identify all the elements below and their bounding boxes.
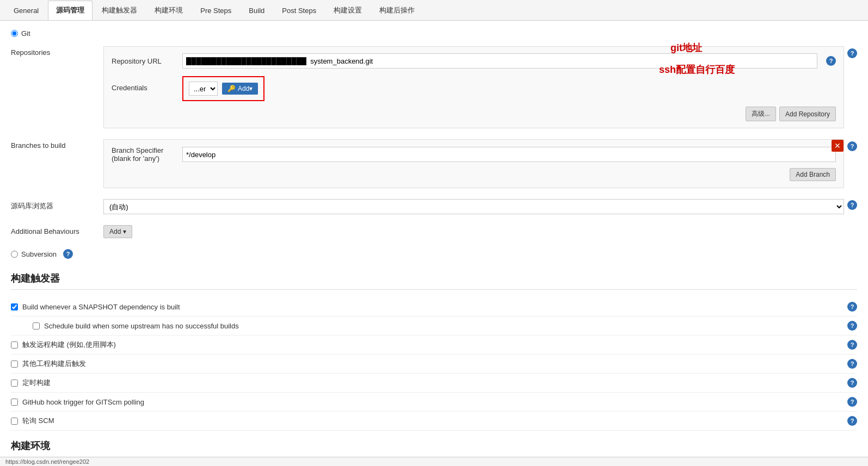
tab-build-settings[interactable]: 构建设置 [325, 1, 370, 20]
other-project-trigger-row: 其他工程构建后触发 ? [11, 355, 857, 374]
remote-trigger-row: 触发远程构建 (例如,使用脚本) ? [11, 335, 857, 355]
git-radio-label[interactable]: Git [21, 29, 30, 38]
additional-behaviours-label: Additional Behaviours [11, 225, 103, 235]
repositories-label: Repositories [11, 46, 103, 57]
tab-build-env[interactable]: 构建环境 [146, 1, 191, 20]
advanced-button[interactable]: 高级... [746, 107, 776, 121]
snapshot-help-icon[interactable]: ? [847, 302, 857, 312]
key-icon: 🔑 [227, 85, 236, 92]
credentials-label: Credentials [112, 84, 177, 92]
schedule-checkbox[interactable] [33, 322, 40, 330]
repo-url-row: Repository URL ? [112, 53, 836, 69]
branches-help-icon[interactable]: ? [847, 141, 857, 151]
tab-general[interactable]: General [5, 2, 47, 19]
build-env-title: 构建环境 [11, 439, 857, 457]
branches-label: Branches to build [11, 139, 103, 150]
subversion-radio-label[interactable]: Subversion [21, 250, 57, 258]
chevron-down-icon: ▾ [123, 228, 126, 235]
snapshot-checkbox[interactable] [11, 303, 18, 310]
poll-scm-help-icon[interactable]: ? [847, 416, 857, 426]
git-radio[interactable] [11, 30, 18, 37]
subversion-radio-row: Subversion ? [11, 249, 857, 259]
url-bar: https://blog.csdn.net/rengee202 [0, 457, 868, 466]
branches-section: Branches to build ✕ Branch Specifier (bl… [11, 139, 857, 188]
tab-post-steps[interactable]: Post Steps [274, 2, 324, 19]
poll-scm-checkbox[interactable] [11, 418, 18, 425]
main-content: Git Repositories git地址 ssh配置自行百度 Reposit… [0, 21, 868, 466]
remote-help-icon[interactable]: ? [847, 340, 857, 350]
github-hook-help-icon[interactable]: ? [847, 397, 857, 407]
git-radio-row: Git [11, 29, 857, 38]
build-trigger-section: 构建触发器 Build whenever a SNAPSHOT dependen… [11, 272, 857, 431]
snapshot-label[interactable]: Build whenever a SNAPSHOT dependency is … [22, 303, 180, 311]
poll-scm-label[interactable]: 轮询 SCM [22, 416, 54, 426]
credentials-row: Credentials ...er 🔑 Add▾ [112, 74, 836, 101]
subversion-radio[interactable] [11, 251, 18, 258]
source-browser-content-wrap: (自动) ? [103, 199, 857, 214]
additional-behaviours-section: Additional Behaviours Add ▾ [11, 225, 857, 238]
repositories-section: Repositories git地址 ssh配置自行百度 Repository … [11, 46, 857, 128]
branch-specifier-row: Branch Specifier (blank for 'any') [112, 146, 836, 163]
github-hook-checkbox[interactable] [11, 399, 18, 406]
timer-label[interactable]: 定时构建 [22, 378, 51, 388]
tabs-bar: General 源码管理 构建触发器 构建环境 Pre Steps Build … [0, 0, 868, 21]
schedule-label[interactable]: Schedule build when some upstream has no… [44, 322, 239, 330]
schedule-help-icon[interactable]: ? [847, 321, 857, 331]
source-browser-content: (自动) [103, 199, 844, 214]
branches-content-wrap: ✕ Branch Specifier (blank for 'any') Add… [103, 139, 857, 188]
repositories-help-icon[interactable]: ? [847, 48, 857, 58]
additional-behaviours-content: Add ▾ [103, 225, 857, 238]
repo-url-input[interactable] [182, 53, 817, 69]
repositories-content-wrap: git地址 ssh配置自行百度 Repository URL ? Credent… [103, 46, 857, 128]
add-behaviour-button[interactable]: Add ▾ [103, 225, 132, 238]
credentials-select-wrap: ...er [189, 82, 218, 96]
additional-behaviours-content-wrap: Add ▾ [103, 225, 857, 238]
tab-scm[interactable]: 源码管理 [48, 1, 93, 20]
delete-branch-button[interactable]: ✕ [832, 140, 844, 152]
poll-scm-trigger-row: 轮询 SCM ? [11, 412, 857, 431]
timer-trigger-row: 定时构建 ? [11, 374, 857, 393]
timer-checkbox[interactable] [11, 380, 18, 387]
schedule-trigger-row: Schedule build when some upstream has no… [11, 316, 857, 335]
timer-help-icon[interactable]: ? [847, 378, 857, 388]
other-project-label[interactable]: 其他工程构建后触发 [22, 359, 86, 369]
tab-build-trigger[interactable]: 构建触发器 [94, 1, 145, 20]
subversion-help-icon[interactable]: ? [63, 249, 73, 259]
credentials-select[interactable]: ...er [189, 82, 218, 96]
build-trigger-title: 构建触发器 [11, 272, 857, 290]
source-browser-select[interactable]: (自动) [103, 199, 844, 214]
credentials-add-button[interactable]: 🔑 Add▾ [222, 83, 258, 95]
github-hook-label[interactable]: GitHub hook trigger for GITScm polling [22, 398, 144, 406]
other-project-checkbox[interactable] [11, 361, 18, 368]
add-repository-button[interactable]: Add Repository [779, 107, 836, 121]
other-project-help-icon[interactable]: ? [847, 359, 857, 369]
repositories-content: git地址 ssh配置自行百度 Repository URL ? Credent… [103, 46, 844, 128]
annotation-git: git地址 [670, 41, 702, 54]
source-browser-label: 源码库浏览器 [11, 199, 103, 211]
repo-url-label: Repository URL [112, 57, 177, 65]
add-branch-button[interactable]: Add Branch [790, 168, 836, 181]
repo-url-help-icon[interactable]: ? [826, 56, 836, 66]
remote-label[interactable]: 触发远程构建 (例如,使用脚本) [22, 340, 116, 350]
branch-actions: Add Branch [112, 168, 836, 181]
credentials-box: ...er 🔑 Add▾ [182, 76, 264, 101]
branches-content: ✕ Branch Specifier (blank for 'any') Add… [103, 139, 844, 188]
branch-specifier-label: Branch Specifier (blank for 'any') [112, 146, 177, 163]
tab-pre-steps[interactable]: Pre Steps [192, 2, 239, 19]
source-browser-help-icon[interactable]: ? [847, 200, 857, 210]
source-browser-section: 源码库浏览器 (自动) ? [11, 199, 857, 214]
branch-specifier-input[interactable] [182, 147, 836, 162]
tab-post-actions[interactable]: 构建后操作 [371, 1, 423, 20]
snapshot-trigger-row: Build whenever a SNAPSHOT dependency is … [11, 297, 857, 316]
tab-build[interactable]: Build [241, 2, 273, 19]
github-hook-trigger-row: GitHub hook trigger for GITScm polling ? [11, 393, 857, 412]
remote-checkbox[interactable] [11, 341, 18, 349]
repo-actions: 高级... Add Repository [112, 107, 836, 121]
